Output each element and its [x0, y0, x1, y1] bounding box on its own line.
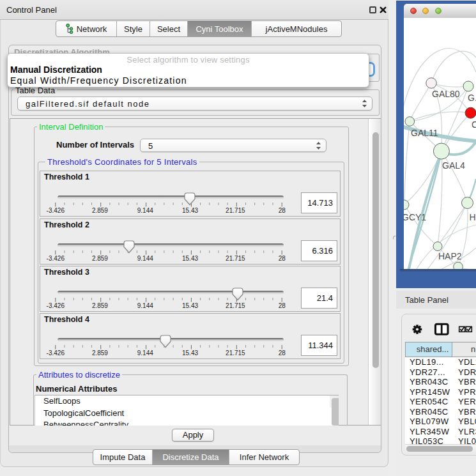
- svg-text:GAL80: GAL80: [432, 89, 460, 99]
- svg-text:GAL4: GAL4: [442, 160, 465, 171]
- svg-text:C: C: [472, 119, 476, 130]
- svg-text:G..: G..: [468, 93, 476, 103]
- svg-text:GCY1: GCY1: [404, 212, 426, 222]
- svg-text:HAP2: HAP2: [438, 251, 462, 261]
- svg-text:H: H: [470, 212, 476, 222]
- svg-text:GAL11: GAL11: [411, 128, 438, 138]
